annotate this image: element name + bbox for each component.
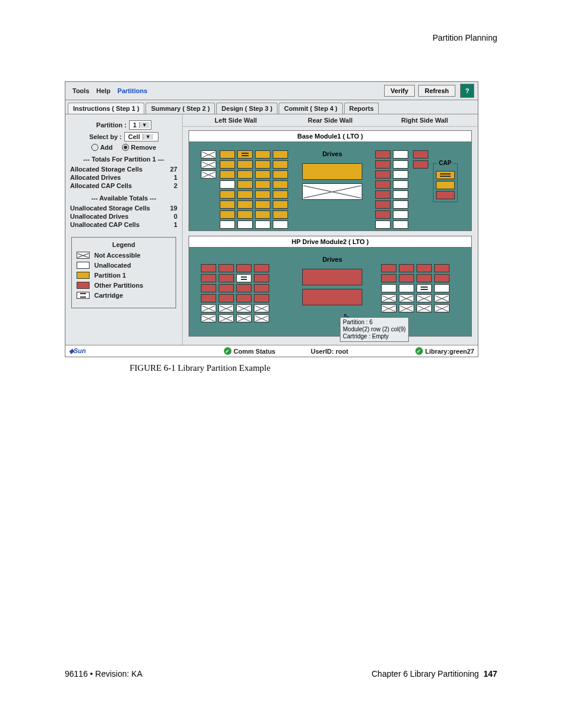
cell[interactable] xyxy=(237,150,253,159)
cell[interactable] xyxy=(375,190,391,199)
cell[interactable] xyxy=(393,170,408,179)
cell[interactable] xyxy=(254,304,269,312)
cell[interactable] xyxy=(416,274,432,282)
cell[interactable] xyxy=(236,284,252,292)
selectby-dropdown[interactable]: Cell ▼ xyxy=(124,132,158,141)
cell[interactable] xyxy=(416,264,432,272)
cell[interactable] xyxy=(434,284,449,292)
cell[interactable] xyxy=(416,294,432,302)
cell[interactable] xyxy=(393,190,408,199)
cell[interactable] xyxy=(375,200,391,209)
cell[interactable] xyxy=(375,150,391,159)
cell[interactable] xyxy=(219,264,234,272)
cell[interactable] xyxy=(393,180,408,189)
cell[interactable] xyxy=(219,274,234,282)
cell[interactable] xyxy=(254,314,269,322)
tab-summary[interactable]: Summary ( Step 2 ) xyxy=(146,103,215,114)
cell[interactable] xyxy=(375,210,391,219)
cell[interactable] xyxy=(254,294,269,302)
help-icon[interactable]: ? xyxy=(460,84,474,98)
drive-slot[interactable] xyxy=(302,183,362,200)
cap-cell[interactable] xyxy=(436,181,455,189)
cell[interactable] xyxy=(413,150,428,159)
cell[interactable] xyxy=(273,200,288,209)
cell[interactable] xyxy=(434,304,449,312)
cell[interactable] xyxy=(254,274,269,282)
tab-instructions[interactable]: Instructions ( Step 1 ) xyxy=(68,103,144,114)
cell[interactable] xyxy=(375,160,391,169)
cell[interactable] xyxy=(236,294,252,302)
cell[interactable] xyxy=(399,274,414,282)
cell[interactable] xyxy=(273,210,288,219)
cell[interactable] xyxy=(434,274,449,282)
cell[interactable] xyxy=(273,180,288,189)
cell[interactable] xyxy=(219,294,234,302)
cell[interactable] xyxy=(381,264,396,272)
cell[interactable] xyxy=(413,160,428,169)
cell[interactable] xyxy=(219,314,234,322)
cell[interactable] xyxy=(220,150,235,159)
cell[interactable] xyxy=(381,284,396,292)
cell[interactable] xyxy=(381,274,396,282)
drive-slot[interactable] xyxy=(302,269,362,285)
cell[interactable] xyxy=(434,264,449,272)
cell[interactable] xyxy=(255,210,270,219)
cell[interactable] xyxy=(393,210,408,219)
cell[interactable] xyxy=(393,220,408,229)
cell[interactable] xyxy=(393,160,408,169)
cell[interactable] xyxy=(273,160,288,169)
drive-slot[interactable] xyxy=(302,289,362,305)
cell[interactable] xyxy=(399,294,414,302)
cell[interactable] xyxy=(237,170,253,179)
cell[interactable] xyxy=(201,304,216,312)
cell[interactable] xyxy=(399,284,414,292)
cell[interactable] xyxy=(236,314,252,322)
tab-commit[interactable]: Commit ( Step 4 ) xyxy=(279,103,342,114)
cell[interactable] xyxy=(255,200,270,209)
drive-slot[interactable] xyxy=(302,163,362,180)
cell[interactable] xyxy=(255,170,270,179)
cell[interactable] xyxy=(399,304,414,312)
menu-partitions[interactable]: Partitions xyxy=(114,86,151,95)
cell[interactable] xyxy=(236,264,252,272)
cell[interactable] xyxy=(220,210,235,219)
cell[interactable] xyxy=(201,274,216,282)
cell[interactable] xyxy=(237,210,253,219)
cell[interactable] xyxy=(219,284,234,292)
cell[interactable] xyxy=(201,170,216,179)
cell[interactable] xyxy=(236,304,252,312)
cell[interactable] xyxy=(254,264,269,272)
cell[interactable] xyxy=(255,150,270,159)
cell[interactable] xyxy=(201,264,216,272)
cell[interactable] xyxy=(393,200,408,209)
cell[interactable] xyxy=(237,200,253,209)
cell[interactable] xyxy=(273,170,288,179)
verify-button[interactable]: Verify xyxy=(384,85,415,97)
cell[interactable] xyxy=(375,170,391,179)
cell[interactable] xyxy=(399,264,414,272)
cell[interactable] xyxy=(381,304,396,312)
cell[interactable] xyxy=(393,150,408,159)
menu-help[interactable]: Help xyxy=(93,86,114,95)
cell[interactable] xyxy=(254,284,269,292)
cell[interactable] xyxy=(375,220,391,229)
cell[interactable] xyxy=(201,294,216,302)
cell[interactable] xyxy=(201,160,216,169)
cell[interactable] xyxy=(273,150,288,159)
partition-dropdown[interactable]: 1 ▼ xyxy=(129,120,151,130)
tab-design[interactable]: Design ( Step 3 ) xyxy=(216,103,277,114)
cell[interactable] xyxy=(273,190,288,199)
cell[interactable] xyxy=(236,274,252,282)
cell[interactable] xyxy=(273,220,288,229)
cell[interactable] xyxy=(220,170,235,179)
cell[interactable] xyxy=(255,220,270,229)
menu-tools[interactable]: Tools xyxy=(69,86,93,95)
cell[interactable] xyxy=(255,190,270,199)
cell[interactable] xyxy=(416,284,432,292)
cell[interactable] xyxy=(237,190,253,199)
cell[interactable] xyxy=(220,200,235,209)
cell[interactable] xyxy=(434,294,449,302)
cap-cell[interactable] xyxy=(436,171,455,179)
cell[interactable] xyxy=(201,150,216,159)
cell[interactable] xyxy=(220,190,235,199)
